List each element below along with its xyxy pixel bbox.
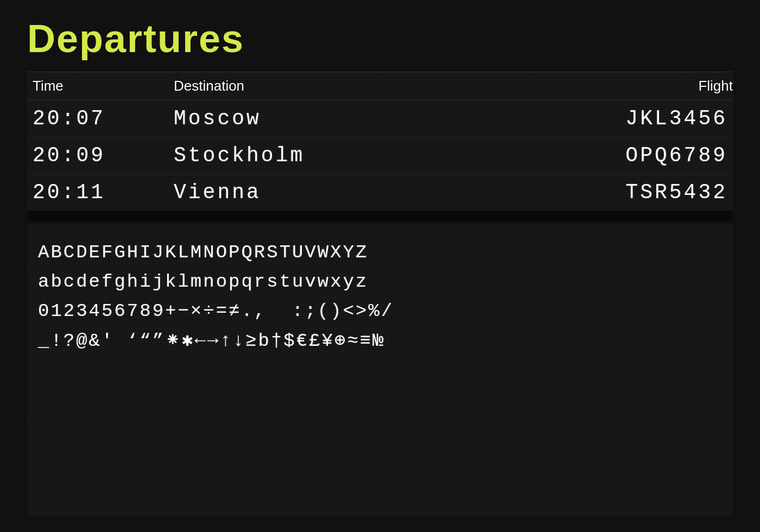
- section-divider: [27, 211, 733, 221]
- flight-number-2: OPQ6789: [565, 144, 727, 167]
- flight-time-1: 20:07: [33, 107, 174, 130]
- flight-row-1: 20:07 Moscow JKL3456: [27, 100, 733, 137]
- flight-dest-2: Stockholm: [174, 144, 565, 167]
- column-headers: Time Destination Flight: [27, 72, 733, 100]
- flight-time-3: 20:11: [33, 181, 174, 204]
- special-chars: _!?@&' ‘“”⁕✱←→↑↓≥b†$€£¥⊕≈≡№: [33, 326, 727, 356]
- lowercase-chars: abcdefghijklmnopqrstuvwxyz: [33, 267, 727, 296]
- character-display: ABCDEFGHIJKLMNOPQRSTUVWXYZ abcdefghijklm…: [27, 224, 733, 516]
- flight-row-2: 20:09 Stockholm OPQ6789: [27, 137, 733, 174]
- board-wrapper: Departures Time Destination Flight 20:07…: [0, 0, 760, 532]
- flight-number-3: TSR5432: [565, 181, 727, 204]
- board-title: Departures: [27, 16, 733, 61]
- flight-dest-3: Vienna: [174, 181, 565, 204]
- flight-time-2: 20:09: [33, 144, 174, 167]
- flight-dest-1: Moscow: [174, 107, 565, 130]
- departures-board: Departures Time Destination Flight 20:07…: [0, 0, 760, 532]
- flight-number-1: JKL3456: [565, 107, 727, 130]
- flights-section: 20:07 Moscow JKL3456 20:09 Stockholm OPQ…: [27, 100, 733, 211]
- numbers-symbols: 0123456789+−×÷=≠., :;()<>%/: [33, 296, 727, 326]
- uppercase-chars: ABCDEFGHIJKLMNOPQRSTUVWXYZ: [33, 238, 727, 267]
- header-time: Time: [33, 78, 174, 94]
- header-destination: Destination: [174, 78, 570, 94]
- header-flight: Flight: [570, 78, 733, 94]
- flight-row-3: 20:11 Vienna TSR5432: [27, 174, 733, 211]
